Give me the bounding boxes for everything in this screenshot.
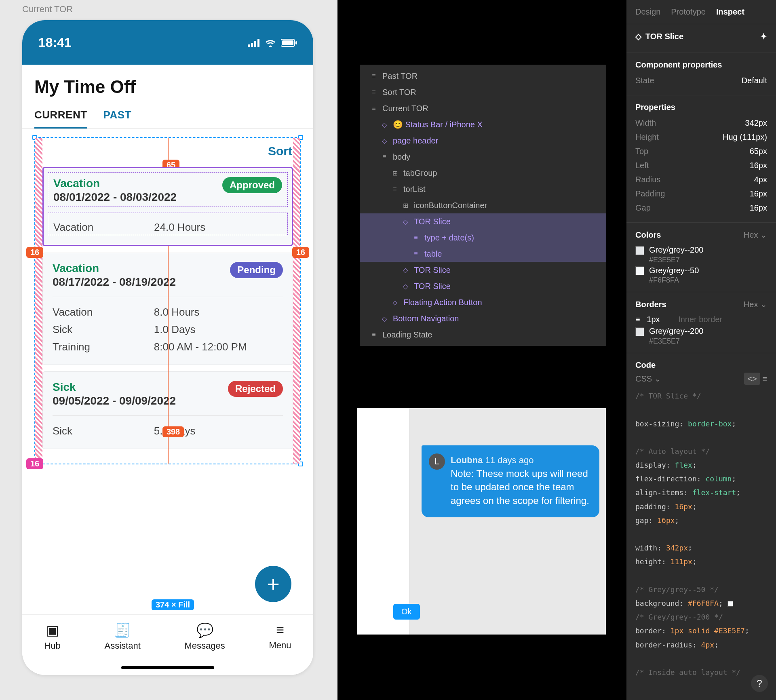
layer-type-icon: ≡ [412, 234, 420, 241]
tab-past[interactable]: PAST [103, 103, 131, 129]
row-value: 1.0 Days [154, 323, 283, 336]
color-row: Grey/grey--200 [635, 244, 767, 256]
comment-author: Loubna [451, 455, 483, 465]
prop-value: Default [742, 76, 767, 85]
svg-rect-1 [251, 43, 253, 47]
code-block[interactable]: /* TOR Slice */ box-sizing: border-box; … [635, 389, 767, 679]
comment-bubble[interactable]: L Loubna 11 days ago Note: These mock up… [422, 445, 599, 517]
layer-label: TOR Slice [414, 282, 451, 291]
tor-type: Sick [53, 381, 176, 394]
comment-body: Note: These mock ups will need to be upd… [451, 467, 590, 508]
table-row: Vacation 24.0 Hours [53, 219, 282, 236]
prop-row: Left16px [635, 158, 767, 173]
border-hint: Inner border [678, 315, 722, 324]
row-value: 8.0 Hours [154, 306, 283, 318]
selection-name: TOR Slice [645, 32, 683, 41]
row-value: 24.0 Hours [154, 221, 282, 234]
layer-row[interactable]: ⊞tabGroup [360, 165, 606, 181]
layer-label: Past TOR [382, 72, 418, 81]
tab-group: CURRENT PAST [22, 103, 313, 129]
ok-button[interactable]: Ok [393, 604, 420, 620]
hex-dropdown[interactable]: Hex [744, 300, 758, 309]
floating-action-button[interactable]: + [255, 566, 291, 602]
layer-type-icon: ≡ [370, 105, 377, 112]
spacing-chip: 16 [26, 247, 43, 258]
document-edge [357, 408, 409, 635]
color-hex: #F6F8FA [635, 276, 767, 285]
border-style-icon: ≡ [635, 315, 640, 324]
phone-frame: 18:41 My Time Off CURRENT PAST [22, 20, 313, 675]
layer-row[interactable]: ≡torList [360, 181, 606, 197]
hex-dropdown[interactable]: Hex [744, 230, 758, 239]
colors: Colors Hex ⌄ Grey/grey--200#E3E5E7Grey/g… [626, 222, 776, 292]
color-name: Grey/grey--200 [649, 327, 704, 335]
status-bar: 18:41 [22, 20, 313, 65]
svg-rect-3 [257, 39, 259, 47]
tab-prototype[interactable]: Prototype [671, 7, 706, 17]
layer-label: Bottom Navigation [393, 314, 459, 323]
code-lang-dropdown[interactable]: CSS [635, 374, 652, 383]
messages-icon: 💬 [196, 622, 213, 638]
color-swatch [635, 327, 644, 336]
layer-row[interactable]: ◇Bottom Navigation [360, 310, 606, 327]
layer-label: type + date(s) [424, 233, 474, 242]
layer-type-icon: ≡ [370, 72, 377, 80]
help-button[interactable]: ? [751, 675, 768, 692]
color-name: Grey/grey--50 [649, 266, 699, 275]
prop-key: Gap [635, 203, 651, 213]
layers-panel[interactable]: ≡Past TOR≡Sort TOR≡Current TOR◇😊 Status … [360, 65, 606, 346]
layer-row[interactable]: ≡Current TOR [360, 100, 606, 116]
body: Sort 65 16 16 398 16 Vacation [22, 137, 313, 464]
prop-row: Gap16px [635, 201, 767, 215]
layer-row[interactable]: ◇😊 Status Bar / iPhone X [360, 116, 606, 133]
section-title: Code [635, 361, 656, 370]
prop-value: 4px [754, 175, 767, 184]
code-list-icon[interactable]: ≡ [762, 374, 767, 383]
layer-row[interactable]: ≡Sort TOR [360, 84, 606, 100]
tor-type: Vacation [53, 177, 177, 190]
prop-value: 16px [750, 189, 767, 198]
svg-rect-0 [248, 44, 250, 47]
layer-type-icon: ◇ [381, 315, 388, 323]
prop-key: Top [635, 147, 648, 156]
layer-type-icon: ≡ [391, 186, 399, 193]
layer-row[interactable]: ◇TOR Slice [360, 262, 606, 278]
nav-label: Messages [185, 641, 225, 651]
layer-type-icon: ⊞ [402, 202, 409, 209]
nav-menu[interactable]: ≡Menu [269, 622, 291, 651]
status-badge: Pending [230, 262, 283, 278]
nav-hub[interactable]: ▣Hub [44, 622, 60, 651]
code-view-icon[interactable]: <> [744, 373, 760, 385]
section-title: Properties [635, 103, 675, 112]
color-swatch [635, 246, 644, 255]
prop-row: Width342px [635, 116, 767, 130]
tab-design[interactable]: Design [635, 7, 660, 17]
goto-main-component-icon[interactable]: ✦ [760, 32, 767, 41]
assistant-icon: 🧾 [114, 622, 131, 638]
comment-area: L Loubna 11 days ago Note: These mock up… [357, 408, 606, 635]
prop-value: 65px [750, 147, 767, 156]
layer-row[interactable]: ≡Past TOR [360, 68, 606, 84]
layer-row[interactable]: ≡type + date(s) [360, 230, 606, 246]
layer-row[interactable]: ⊞iconButtonContainer [360, 197, 606, 213]
tab-current[interactable]: CURRENT [34, 103, 87, 129]
layer-type-icon: ◇ [402, 218, 409, 226]
layer-row[interactable]: ◇Floating Action Button [360, 294, 606, 310]
wifi-icon [265, 35, 276, 50]
layer-row[interactable]: ◇TOR Slice [360, 213, 606, 230]
page-title: My Time Off [22, 65, 313, 103]
nav-messages[interactable]: 💬Messages [185, 622, 225, 651]
layer-row[interactable]: ≡Loading State [360, 327, 606, 343]
layer-row[interactable]: ≡table [360, 246, 606, 262]
layer-row[interactable]: ◇page header [360, 133, 606, 149]
nav-assistant[interactable]: 🧾Assistant [104, 622, 140, 651]
layer-label: TOR Slice [414, 217, 451, 226]
prop-value: 16px [750, 203, 767, 213]
tor-slice[interactable]: Vacation 08/01/2022 - 08/03/2022 Approve… [42, 167, 293, 246]
layer-row[interactable]: ◇TOR Slice [360, 278, 606, 294]
prop-key: Left [635, 161, 649, 170]
color-name: Grey/grey--200 [649, 245, 704, 254]
tab-inspect[interactable]: Inspect [716, 7, 744, 17]
layer-row[interactable]: ≡body [360, 149, 606, 165]
inspect-panel: Design Prototype Inspect ◇ TOR Slice ✦ C… [626, 0, 776, 700]
